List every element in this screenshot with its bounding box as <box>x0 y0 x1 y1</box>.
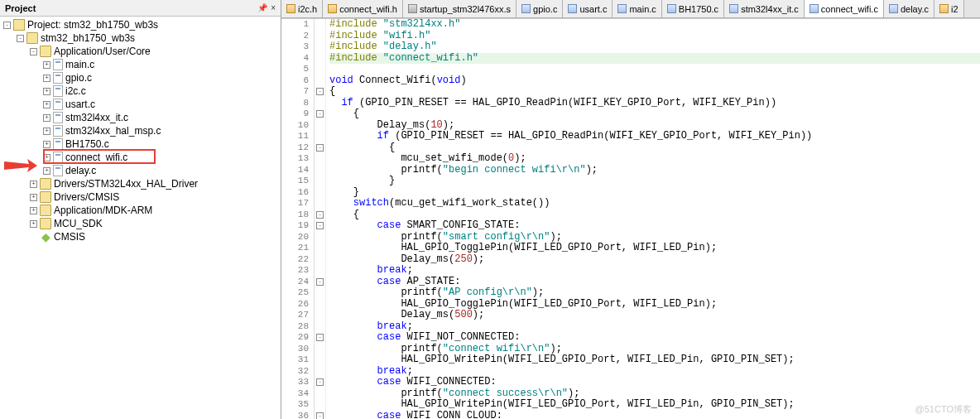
code-line[interactable]: #include "stm32l4xx.h" <box>329 19 980 31</box>
tab-i2c-h[interactable]: i2c.h <box>281 0 323 17</box>
fold-open-icon[interactable]: - <box>316 378 324 386</box>
fold-open-icon[interactable]: - <box>316 144 324 152</box>
tree-item-mcu_sdk[interactable]: +MCU_SDK <box>0 217 281 230</box>
fold-column[interactable]: --------- <box>315 19 326 419</box>
code-line[interactable]: HAL_GPIO_WritePin(WIFI_LED_GPIO_Port, WI… <box>329 354 980 366</box>
code-line[interactable]: Delay_ms(250); <box>329 254 980 266</box>
code-line[interactable]: HAL_GPIO_TogglePin(WIFI_LED_GPIO_Port, W… <box>329 299 980 311</box>
code-line[interactable]: case WIFI_NOT_CONNECTED: <box>329 332 980 344</box>
code-line[interactable]: case AP_STATE: <box>329 277 980 288</box>
expand-icon[interactable]: + <box>43 88 50 95</box>
fold-cell[interactable]: - <box>315 332 325 344</box>
collapse-icon[interactable]: - <box>3 22 11 29</box>
code-line[interactable]: break; <box>329 265 980 277</box>
tab-gpio-c[interactable]: gpio.c <box>516 0 563 17</box>
tree-item-stm32l4xx_hal_msp-c[interactable]: +stm32l4xx_hal_msp.c <box>0 124 281 137</box>
code-line[interactable]: if (GPIO_PIN_RESET == HAL_GPIO_ReadPin(W… <box>329 131 980 142</box>
pin-icon[interactable]: 📌 <box>257 3 267 12</box>
fold-cell[interactable]: - <box>315 277 325 288</box>
close-icon[interactable]: × <box>271 3 276 12</box>
tree-item-usart-c[interactable]: +usart.c <box>0 98 281 111</box>
fold-cell[interactable]: - <box>315 411 325 420</box>
tree-item-delay-c[interactable]: +delay.c <box>0 164 281 177</box>
code-line[interactable]: } <box>329 176 980 187</box>
code-line[interactable]: HAL_GPIO_TogglePin(WIFI_LED_GPIO_Port, W… <box>329 243 980 254</box>
tab-main-c[interactable]: main.c <box>612 0 661 17</box>
fold-open-icon[interactable]: - <box>316 110 324 118</box>
tree-item-project-stm32_bh1750_wb3s[interactable]: -Project: stm32_bh1750_wb3s <box>0 18 281 31</box>
code-line[interactable] <box>329 64 980 75</box>
expand-icon[interactable]: + <box>43 128 50 135</box>
expand-icon[interactable]: + <box>43 101 50 108</box>
tree-item-main-c[interactable]: +main.c <box>0 58 281 71</box>
code-line[interactable]: printf("smart config\r\n"); <box>329 232 980 243</box>
expand-icon[interactable]: + <box>30 194 37 201</box>
fold-open-icon[interactable]: - <box>316 222 324 229</box>
code-line[interactable]: #include "wifi.h" <box>329 31 980 42</box>
expand-icon[interactable]: + <box>43 114 50 122</box>
code-line[interactable]: case SMART_CONFIG_STATE: <box>329 220 980 232</box>
tree-item-drivers-stm32l4xx_hal_driver[interactable]: +Drivers/STM32L4xx_HAL_Driver <box>0 177 281 190</box>
tab-connect_wifi-c[interactable]: connect_wifi.c <box>805 0 884 17</box>
code-line[interactable]: printf("begin connect wifi\r\n"); <box>329 165 980 176</box>
code-line[interactable]: Delay_ms(10); <box>329 120 980 132</box>
code-area[interactable]: #include "stm32l4xx.h"#include "wifi.h"#… <box>326 19 980 419</box>
tree-item-bh1750-c[interactable]: +BH1750.c <box>0 137 281 151</box>
code-line[interactable]: { <box>329 86 980 98</box>
code-line[interactable]: case WIFI_CONNECTED: <box>329 377 980 388</box>
tab-startup_stm32l476xx-s[interactable]: startup_stm32l476xx.s <box>403 0 516 17</box>
tree-item-application-user-core[interactable]: -Application/User/Core <box>0 45 281 58</box>
code-line[interactable]: HAL_GPIO_WritePin(WIFI_LED_GPIO_Port, WI… <box>329 399 980 411</box>
fold-open-icon[interactable]: - <box>316 88 324 95</box>
fold-cell[interactable]: - <box>315 220 325 232</box>
collapse-icon[interactable]: - <box>17 35 24 42</box>
code-line[interactable]: case WIFI_CONN_CLOUD: <box>329 411 980 420</box>
code-line[interactable]: printf("connect success\r\n"); <box>329 388 980 400</box>
code-line[interactable]: Delay_ms(500); <box>329 310 980 321</box>
fold-cell[interactable]: - <box>315 142 325 154</box>
code-line[interactable]: void Connect_Wifi(void) <box>329 75 980 87</box>
tab-i2[interactable]: i2 <box>934 0 964 17</box>
code-line[interactable]: #include "delay.h" <box>329 41 980 53</box>
expand-icon[interactable]: + <box>43 75 50 82</box>
tree-item-connect_wifi-c[interactable]: +connect_wifi.c <box>0 151 281 164</box>
tab-usart-c[interactable]: usart.c <box>563 0 612 17</box>
fold-open-icon[interactable]: - <box>316 211 324 219</box>
code-line[interactable]: break; <box>329 366 980 378</box>
fold-cell[interactable]: - <box>315 210 325 221</box>
tab-stm32l4xx_it-c[interactable]: stm32l4xx_it.c <box>724 0 805 17</box>
code-line[interactable]: printf("connect wifi\r\n"); <box>329 344 980 355</box>
fold-open-icon[interactable]: - <box>316 278 324 286</box>
expand-icon[interactable]: + <box>43 141 50 148</box>
project-tree[interactable]: -Project: stm32_bh1750_wb3s-stm32_bh1750… <box>0 17 281 419</box>
collapse-icon[interactable]: - <box>30 48 37 55</box>
tab-connect_wifi-h[interactable]: connect_wifi.h <box>323 0 403 17</box>
fold-cell[interactable]: - <box>315 377 325 388</box>
code-line[interactable]: } <box>329 187 980 199</box>
code-line[interactable]: break; <box>329 321 980 333</box>
code-line[interactable]: mcu_set_wifi_mode(0); <box>329 153 980 165</box>
code-line[interactable]: printf("AP config\r\n"); <box>329 287 980 299</box>
expand-icon[interactable]: + <box>43 167 50 175</box>
code-line[interactable]: if (GPIO_PIN_RESET == HAL_GPIO_ReadPin(W… <box>329 98 980 109</box>
fold-cell[interactable]: - <box>315 86 325 98</box>
expand-icon[interactable]: + <box>43 61 50 69</box>
tree-item-stm32l4xx_it-c[interactable]: +stm32l4xx_it.c <box>0 111 281 124</box>
expand-icon[interactable]: + <box>43 154 50 161</box>
tree-item-i2c-c[interactable]: +i2c.c <box>0 84 281 98</box>
tree-item-application-mdk-arm[interactable]: +Application/MDK-ARM <box>0 204 281 217</box>
fold-open-icon[interactable]: - <box>316 412 324 419</box>
tree-item-drivers-cmsis[interactable]: +Drivers/CMSIS <box>0 190 281 204</box>
code-line[interactable]: { <box>329 210 980 221</box>
fold-open-icon[interactable]: - <box>316 334 324 341</box>
code-line[interactable]: #include "connect_wifi.h" <box>329 53 980 65</box>
tab-delay-c[interactable]: delay.c <box>884 0 934 17</box>
tree-item-gpio-c[interactable]: +gpio.c <box>0 71 281 84</box>
code-line[interactable]: { <box>329 142 980 154</box>
expand-icon[interactable]: + <box>30 181 37 188</box>
tree-item-stm32_bh1750_wb3s[interactable]: -stm32_bh1750_wb3s <box>0 31 281 45</box>
expand-icon[interactable]: + <box>30 220 37 228</box>
code-line[interactable]: { <box>329 108 980 120</box>
tree-item-cmsis[interactable]: ◆CMSIS <box>0 230 281 243</box>
expand-icon[interactable]: + <box>30 207 37 214</box>
